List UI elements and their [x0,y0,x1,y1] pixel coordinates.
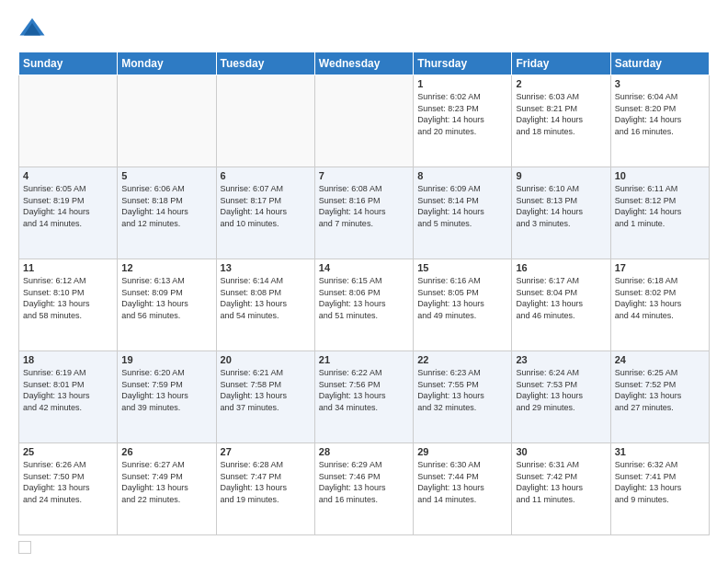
day-number: 5 [121,170,211,181]
calendar-cell: 20Sunrise: 6:21 AMSunset: 7:58 PMDayligh… [216,351,314,443]
day-number: 2 [516,78,606,89]
calendar-cell: 30Sunrise: 6:31 AMSunset: 7:42 PMDayligh… [512,443,610,535]
calendar-cell: 6Sunrise: 6:07 AMSunset: 8:17 PMDaylight… [216,167,314,259]
calendar-cell: 5Sunrise: 6:06 AMSunset: 8:18 PMDaylight… [118,167,216,259]
calendar-cell: 2Sunrise: 6:03 AMSunset: 8:21 PMDaylight… [512,75,610,167]
day-info: Sunrise: 6:21 AMSunset: 7:58 PMDaylight:… [221,367,311,413]
calendar-cell: 26Sunrise: 6:27 AMSunset: 7:49 PMDayligh… [118,443,216,535]
calendar-cell: 8Sunrise: 6:09 AMSunset: 8:14 PMDaylight… [414,167,512,259]
day-info: Sunrise: 6:08 AMSunset: 8:16 PMDaylight:… [319,183,409,229]
day-header-tuesday: Tuesday [216,52,314,75]
page: SundayMondayTuesdayWednesdayThursdayFrid… [0,0,728,563]
day-info: Sunrise: 6:28 AMSunset: 7:47 PMDaylight:… [221,459,311,505]
day-number: 29 [417,446,507,457]
day-info: Sunrise: 6:32 AMSunset: 7:41 PMDaylight:… [615,459,705,505]
calendar-cell: 16Sunrise: 6:17 AMSunset: 8:04 PMDayligh… [512,259,610,351]
day-number: 23 [516,354,606,365]
day-number: 31 [615,446,705,457]
day-info: Sunrise: 6:16 AMSunset: 8:05 PMDaylight:… [417,275,507,321]
day-number: 14 [319,262,409,273]
day-info: Sunrise: 6:29 AMSunset: 7:46 PMDaylight:… [319,459,409,505]
day-header-sunday: Sunday [19,52,118,75]
calendar-body: 1Sunrise: 6:02 AMSunset: 8:23 PMDaylight… [19,75,710,535]
logo-icon [18,15,46,42]
calendar-cell: 22Sunrise: 6:23 AMSunset: 7:55 PMDayligh… [414,351,512,443]
calendar-week-row: 11Sunrise: 6:12 AMSunset: 8:10 PMDayligh… [19,259,710,351]
day-info: Sunrise: 6:13 AMSunset: 8:09 PMDaylight:… [121,275,211,321]
day-info: Sunrise: 6:04 AMSunset: 8:20 PMDaylight:… [615,91,705,137]
day-info: Sunrise: 6:10 AMSunset: 8:13 PMDaylight:… [516,183,606,229]
day-header-monday: Monday [118,52,216,75]
calendar-cell [118,75,216,167]
day-info: Sunrise: 6:09 AMSunset: 8:14 PMDaylight:… [417,183,507,229]
calendar-cell: 3Sunrise: 6:04 AMSunset: 8:20 PMDaylight… [610,75,709,167]
calendar-cell: 23Sunrise: 6:24 AMSunset: 7:53 PMDayligh… [512,351,610,443]
day-info: Sunrise: 6:11 AMSunset: 8:12 PMDaylight:… [615,183,705,229]
day-number: 27 [221,446,311,457]
day-number: 15 [417,262,507,273]
calendar-cell: 21Sunrise: 6:22 AMSunset: 7:56 PMDayligh… [314,351,413,443]
calendar-cell: 18Sunrise: 6:19 AMSunset: 8:01 PMDayligh… [19,351,118,443]
day-number: 24 [615,354,705,365]
day-number: 7 [319,170,409,181]
calendar-cell: 10Sunrise: 6:11 AMSunset: 8:12 PMDayligh… [610,167,709,259]
day-info: Sunrise: 6:20 AMSunset: 7:59 PMDaylight:… [121,367,211,413]
day-number: 9 [516,170,606,181]
day-info: Sunrise: 6:22 AMSunset: 7:56 PMDaylight:… [319,367,409,413]
calendar-cell: 11Sunrise: 6:12 AMSunset: 8:10 PMDayligh… [19,259,118,351]
day-number: 6 [221,170,311,181]
day-info: Sunrise: 6:06 AMSunset: 8:18 PMDaylight:… [121,183,211,229]
calendar-cell: 15Sunrise: 6:16 AMSunset: 8:05 PMDayligh… [414,259,512,351]
day-number: 25 [23,446,113,457]
day-number: 20 [221,354,311,365]
day-info: Sunrise: 6:30 AMSunset: 7:44 PMDaylight:… [417,459,507,505]
day-number: 28 [319,446,409,457]
calendar-cell [314,75,413,167]
calendar-cell: 12Sunrise: 6:13 AMSunset: 8:09 PMDayligh… [118,259,216,351]
header [18,15,710,42]
day-number: 1 [417,78,507,89]
calendar-cell: 1Sunrise: 6:02 AMSunset: 8:23 PMDaylight… [414,75,512,167]
calendar-week-row: 1Sunrise: 6:02 AMSunset: 8:23 PMDaylight… [19,75,710,167]
calendar-cell: 24Sunrise: 6:25 AMSunset: 7:52 PMDayligh… [610,351,709,443]
day-number: 18 [23,354,113,365]
day-info: Sunrise: 6:12 AMSunset: 8:10 PMDaylight:… [23,275,113,321]
day-number: 26 [121,446,211,457]
day-number: 10 [615,170,705,181]
calendar-cell: 25Sunrise: 6:26 AMSunset: 7:50 PMDayligh… [19,443,118,535]
day-info: Sunrise: 6:18 AMSunset: 8:02 PMDaylight:… [615,275,705,321]
calendar-cell: 9Sunrise: 6:10 AMSunset: 8:13 PMDaylight… [512,167,610,259]
calendar-cell: 19Sunrise: 6:20 AMSunset: 7:59 PMDayligh… [118,351,216,443]
calendar-cell: 29Sunrise: 6:30 AMSunset: 7:44 PMDayligh… [414,443,512,535]
day-info: Sunrise: 6:27 AMSunset: 7:49 PMDaylight:… [121,459,211,505]
day-info: Sunrise: 6:31 AMSunset: 7:42 PMDaylight:… [516,459,606,505]
calendar-week-row: 18Sunrise: 6:19 AMSunset: 8:01 PMDayligh… [19,351,710,443]
day-number: 3 [615,78,705,89]
day-number: 19 [121,354,211,365]
day-info: Sunrise: 6:17 AMSunset: 8:04 PMDaylight:… [516,275,606,321]
calendar-week-row: 25Sunrise: 6:26 AMSunset: 7:50 PMDayligh… [19,443,710,535]
day-info: Sunrise: 6:05 AMSunset: 8:19 PMDaylight:… [23,183,113,229]
calendar-cell: 31Sunrise: 6:32 AMSunset: 7:41 PMDayligh… [610,443,709,535]
calendar-cell: 4Sunrise: 6:05 AMSunset: 8:19 PMDaylight… [19,167,118,259]
day-header-thursday: Thursday [414,52,512,75]
day-info: Sunrise: 6:23 AMSunset: 7:55 PMDaylight:… [417,367,507,413]
calendar-cell: 28Sunrise: 6:29 AMSunset: 7:46 PMDayligh… [314,443,413,535]
day-number: 4 [23,170,113,181]
day-number: 11 [23,262,113,273]
day-number: 12 [121,262,211,273]
day-info: Sunrise: 6:15 AMSunset: 8:06 PMDaylight:… [319,275,409,321]
day-header-friday: Friday [512,52,610,75]
day-number: 30 [516,446,606,457]
day-header-saturday: Saturday [610,52,709,75]
day-info: Sunrise: 6:19 AMSunset: 8:01 PMDaylight:… [23,367,113,413]
calendar-header: SundayMondayTuesdayWednesdayThursdayFrid… [19,52,710,75]
footer [18,541,710,554]
day-info: Sunrise: 6:03 AMSunset: 8:21 PMDaylight:… [516,91,606,137]
day-number: 21 [319,354,409,365]
calendar-cell: 7Sunrise: 6:08 AMSunset: 8:16 PMDaylight… [314,167,413,259]
day-number: 22 [417,354,507,365]
footer-box [18,541,31,554]
calendar-cell: 14Sunrise: 6:15 AMSunset: 8:06 PMDayligh… [314,259,413,351]
day-info: Sunrise: 6:07 AMSunset: 8:17 PMDaylight:… [221,183,311,229]
